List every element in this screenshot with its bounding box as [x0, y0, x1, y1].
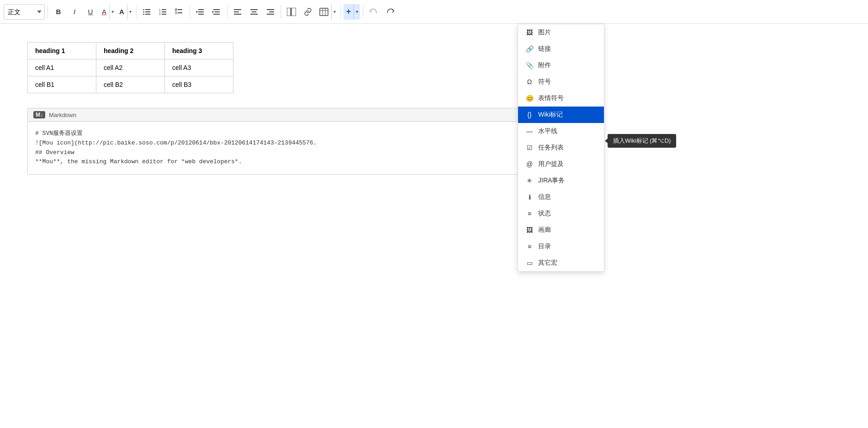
info-icon: ℹ: [525, 193, 534, 201]
font-color-button[interactable]: A ▾: [99, 4, 116, 20]
gallery-label: 画廊: [538, 226, 551, 234]
font-color-arrow: ▾: [109, 4, 116, 20]
font-size-button[interactable]: A ▾: [116, 4, 133, 20]
user-mention-icon: @: [525, 160, 534, 168]
status-icon: ≡: [525, 209, 534, 218]
format-group: B I U: [51, 4, 98, 20]
table-icon: [317, 4, 331, 20]
menu-item-symbol[interactable]: Ω符号: [518, 74, 604, 90]
menu-item-horizontal-rule[interactable]: —水平线: [518, 123, 604, 139]
menu-item-toc[interactable]: ≡目录: [518, 238, 604, 255]
image-label: 图片: [538, 28, 551, 37]
svg-rect-17: [198, 11, 204, 12]
markdown-header: M↓ Markdown: [28, 108, 529, 122]
svg-rect-9: [162, 11, 166, 12]
align-group: [230, 4, 278, 20]
menu-item-task-list[interactable]: ☑任务列表: [518, 139, 604, 156]
indent-decrease-icon: [196, 8, 205, 16]
divider-6: [340, 5, 341, 18]
svg-rect-7: [162, 9, 166, 10]
insert-dropdown-menu: 🖼图片🔗链接📎附件Ω符号😊表情符号{}Wiki标记—水平线☑任务列表@用户提及✳…: [518, 24, 604, 272]
svg-rect-5: [145, 14, 150, 15]
svg-rect-33: [287, 8, 291, 16]
image-icon: 🖼: [525, 28, 534, 37]
svg-marker-19: [196, 11, 198, 13]
align-right-button[interactable]: [262, 4, 278, 20]
indent-increase-button[interactable]: [209, 4, 224, 20]
bold-button[interactable]: B: [51, 4, 66, 20]
svg-text:3.: 3.: [159, 13, 161, 16]
svg-rect-20: [213, 9, 220, 10]
table-row: cell B1 cell B2 cell B3: [28, 76, 233, 93]
menu-item-link[interactable]: 🔗链接: [518, 41, 604, 57]
task-list-button[interactable]: [171, 4, 187, 20]
symbol-icon: Ω: [525, 78, 534, 86]
menu-item-gallery[interactable]: 🖼画廊: [518, 222, 604, 238]
table-row: cell A1 cell A2 cell A3: [28, 59, 233, 76]
indent-decrease-button[interactable]: [193, 4, 208, 20]
menu-item-wiki-markup[interactable]: {}Wiki标记: [518, 107, 604, 123]
menu-item-status[interactable]: ≡状态: [518, 205, 604, 222]
attachment-icon: 📎: [525, 61, 534, 70]
align-center-button[interactable]: [246, 4, 262, 20]
ordered-list-button[interactable]: 1. 2. 3.: [155, 4, 171, 20]
task-list-icon: ☑: [525, 144, 534, 152]
other-macro-icon: ▭: [525, 259, 534, 267]
unordered-list-icon: [143, 8, 151, 16]
table-header-3: heading 3: [165, 43, 233, 59]
svg-rect-21: [215, 11, 220, 12]
svg-rect-13: [178, 9, 182, 10]
svg-rect-27: [250, 9, 258, 10]
info-label: 信息: [538, 193, 551, 201]
font-color-icon: A: [99, 4, 109, 20]
table-button[interactable]: ▾: [317, 4, 338, 20]
menu-item-jira-issue[interactable]: ✳JIRA事务: [518, 172, 604, 189]
menu-item-image[interactable]: 🖼图片: [518, 24, 604, 41]
indent-increase-icon: [212, 8, 221, 16]
divider-1: [48, 5, 48, 18]
align-left-button[interactable]: [230, 4, 246, 20]
italic-button[interactable]: I: [67, 4, 82, 20]
svg-rect-2: [143, 11, 144, 12]
emoji-label: 表情符号: [538, 94, 564, 102]
svg-rect-26: [234, 14, 241, 15]
horizontal-rule-label: 水平线: [538, 127, 557, 135]
table-cell-b2: cell B2: [96, 76, 165, 93]
underline-button[interactable]: U: [83, 4, 98, 20]
wiki-markup-label: Wiki标记: [538, 111, 563, 119]
menu-item-info[interactable]: ℹ信息: [518, 189, 604, 205]
table-grid-icon: [319, 8, 328, 16]
editor[interactable]: heading 1 heading 2 heading 3 cell A1 ce…: [0, 24, 868, 428]
divider-5: [281, 5, 281, 18]
menu-item-emoji[interactable]: 😊表情符号: [518, 90, 604, 107]
markdown-block[interactable]: M↓ Markdown # SVN服务器设置 ![Mou icon](http:…: [27, 108, 530, 175]
markdown-line-1: # SVN服务器设置: [35, 129, 522, 139]
user-mention-label: 用户提及: [538, 160, 564, 168]
align-right-icon: [266, 8, 274, 16]
page-layout-icon: [287, 8, 296, 16]
link-icon: 🔗: [525, 45, 534, 53]
svg-rect-18: [198, 14, 204, 15]
menu-item-attachment[interactable]: 📎附件: [518, 57, 604, 74]
redo-button[interactable]: [382, 4, 398, 20]
svg-rect-35: [320, 8, 328, 16]
insert-button[interactable]: + ▾: [344, 4, 360, 20]
undo-button[interactable]: [366, 4, 381, 20]
page-layout-button[interactable]: [284, 4, 299, 20]
ordered-list-icon: 1. 2. 3.: [159, 8, 167, 16]
link-label: 链接: [538, 45, 551, 53]
attachment-label: 附件: [538, 61, 551, 70]
toolbar: 正文 标题1 标题2 标题3 B I U A ▾ A ▾: [0, 0, 868, 24]
unordered-list-button[interactable]: [139, 4, 155, 20]
divider-4: [227, 5, 228, 18]
redo-icon: [386, 8, 394, 16]
markdown-body[interactable]: # SVN服务器设置 ![Mou icon](http://pic.baike.…: [28, 122, 529, 174]
link-button[interactable]: [300, 4, 316, 20]
menu-item-user-mention[interactable]: @用户提及: [518, 156, 604, 172]
toc-icon: ≡: [525, 242, 534, 251]
align-left-icon: [234, 8, 242, 16]
table-cell-a3: cell A3: [165, 59, 233, 76]
indent-group: [193, 4, 224, 20]
menu-item-other-macro[interactable]: ▭其它宏: [518, 255, 604, 271]
style-select[interactable]: 正文 标题1 标题2 标题3: [4, 4, 45, 20]
